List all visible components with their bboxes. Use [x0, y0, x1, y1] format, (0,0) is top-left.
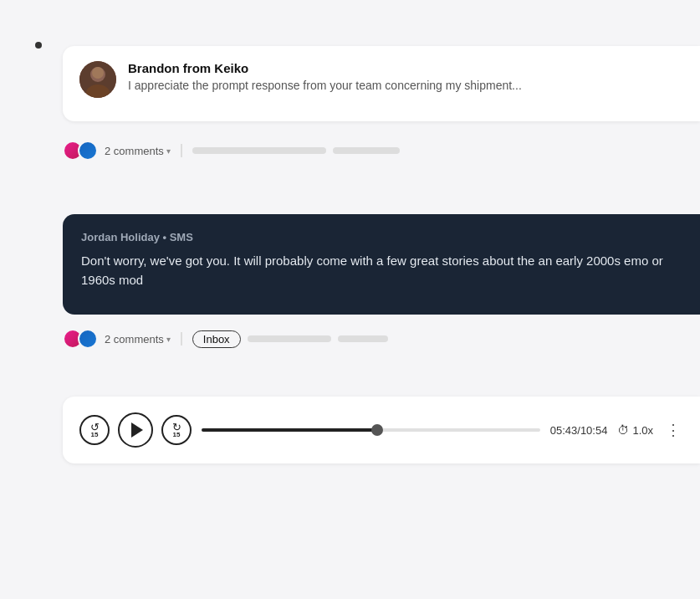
- comments-count-2: 2 comments: [105, 333, 164, 346]
- top-dot-indicator: [35, 42, 42, 49]
- more-options-button[interactable]: ⋮: [663, 420, 683, 440]
- time-display: 05:43/10:54: [550, 424, 608, 437]
- comments-row-1: 2 comments ▾: [63, 141, 700, 161]
- forward-15-button[interactable]: ↻ 15: [161, 415, 192, 445]
- tag-bar-item-1: [192, 147, 326, 154]
- current-time: 05:43: [550, 424, 578, 437]
- comments-row-2: 2 comments ▾ Inbox: [63, 329, 700, 349]
- chevron-down-icon-2: ▾: [166, 335, 171, 344]
- progress-thumb: [371, 424, 383, 436]
- comment-avatar-blue-2: [78, 329, 98, 349]
- chevron-down-icon-1: ▾: [166, 146, 171, 156]
- inbox-badge[interactable]: Inbox: [192, 330, 241, 348]
- message-content-brandon: Brandon from Keiko I appreciate the prom…: [128, 61, 683, 92]
- comment-avatars-1: [63, 141, 98, 161]
- speed-icon: ⏱: [617, 423, 629, 437]
- play-icon: [131, 422, 143, 438]
- speed-control[interactable]: ⏱ 1.0x: [617, 423, 653, 437]
- avatar-brandon-svg: [79, 61, 116, 98]
- sms-body: Don't worry, we've got you. It will prob…: [81, 252, 682, 289]
- tag-bar-item-2: [333, 147, 400, 154]
- speed-label: 1.0x: [632, 424, 653, 437]
- rewind-15-button[interactable]: ↺ 15: [79, 415, 110, 445]
- comment-avatar-blue-1: [78, 141, 98, 161]
- play-button[interactable]: [118, 412, 153, 448]
- avatar-brandon-img: [79, 61, 116, 98]
- audio-player-card: ↺ 15 ↻ 15 05:43/10:54: [63, 397, 700, 463]
- comments-count-1: 2 comments: [105, 145, 164, 157]
- avatar-brandon: [79, 61, 116, 98]
- progress-track[interactable]: [202, 428, 540, 432]
- comments-label-2[interactable]: 2 comments ▾: [105, 333, 171, 346]
- comment-avatars-2: [63, 329, 98, 349]
- forward-seconds-label: 15: [173, 432, 181, 438]
- divider-2: [181, 332, 182, 346]
- message-sender-brandon: Brandon from Keiko: [128, 61, 683, 75]
- message-card-sms[interactable]: Jordan Holiday • SMS Don't worry, we've …: [63, 214, 700, 315]
- rewind-seconds-label: 15: [91, 432, 99, 438]
- tag-bar-2: [248, 335, 700, 342]
- message-preview-brandon: I appreciate the prompt response from yo…: [128, 79, 683, 92]
- audio-controls: ↺ 15 ↻ 15: [79, 412, 192, 448]
- progress-fill: [202, 428, 377, 432]
- screen: Brandon from Keiko I appreciate the prom…: [0, 0, 700, 599]
- sms-header: Jordan Holiday • SMS: [81, 231, 682, 243]
- message-card-brandon[interactable]: Brandon from Keiko I appreciate the prom…: [63, 46, 700, 121]
- progress-container: [202, 428, 540, 432]
- comments-label-1[interactable]: 2 comments ▾: [105, 145, 171, 157]
- tag-bar-item-3: [248, 335, 331, 342]
- divider-1: [181, 144, 182, 157]
- total-time: 10:54: [580, 424, 608, 437]
- tag-bar-item-4: [338, 335, 388, 342]
- tag-bar-1: [192, 147, 700, 154]
- svg-point-3: [92, 67, 104, 79]
